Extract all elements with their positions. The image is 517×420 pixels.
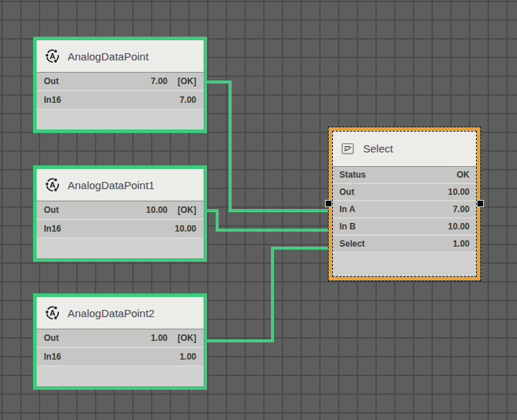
wire-segment[interactable] xyxy=(204,339,274,342)
port-value: 10.00 xyxy=(448,187,470,197)
port-label: In B xyxy=(339,222,356,232)
node-analogdatapoint[interactable]: A AnalogDataPoint Out 7.00 [OK] In16 xyxy=(33,37,207,133)
port-row-out[interactable]: Out 1.00 [OK] xyxy=(37,329,203,347)
port-label: In16 xyxy=(44,224,61,234)
port-label: Select xyxy=(339,239,365,249)
port-label: Out xyxy=(44,205,59,215)
node-title: AnalogDataPoint1 xyxy=(68,179,155,191)
svg-text:A: A xyxy=(50,52,55,60)
node-footer xyxy=(332,252,477,277)
wire-segment[interactable] xyxy=(271,247,274,342)
port-value: OK xyxy=(457,170,470,180)
selection-handle-right[interactable] xyxy=(477,200,484,207)
wire-segment[interactable] xyxy=(204,81,232,83)
node-footer xyxy=(37,237,203,258)
node-title: Select xyxy=(363,142,393,155)
port-row-status[interactable]: Status OK xyxy=(332,167,477,183)
node-analogdatapoint2[interactable]: A AnalogDataPoint2 Out 1.00 [OK] In16 xyxy=(33,293,207,390)
port-row-out[interactable]: Out 10.00 [OK] xyxy=(37,201,203,219)
node-header[interactable]: A AnalogDataPoint1 xyxy=(37,169,203,201)
port-label: In A xyxy=(339,204,355,214)
node-footer xyxy=(37,365,203,386)
analog-point-icon: A xyxy=(45,177,60,193)
port-status: [OK] xyxy=(178,76,196,86)
port-row-inb[interactable]: In B 10.00 xyxy=(332,217,477,234)
node-analogdatapoint1[interactable]: A AnalogDataPoint1 Out 10.00 [OK] In16 xyxy=(33,165,207,262)
wire-segment[interactable] xyxy=(229,209,329,212)
wiresheet-canvas[interactable]: A AnalogDataPoint Out 7.00 [OK] In16 xyxy=(0,0,517,420)
port-status: [OK] xyxy=(178,205,196,215)
wire-segment[interactable] xyxy=(216,229,329,232)
port-row-in16[interactable]: In16 1.00 xyxy=(37,347,203,365)
port-value: 7.00 xyxy=(453,204,470,214)
node-header[interactable]: Select xyxy=(332,131,477,167)
port-value: 10.00 xyxy=(448,222,470,232)
node-footer xyxy=(37,109,203,129)
port-value: 1.00 xyxy=(151,333,168,343)
port-value: 7.00 xyxy=(151,76,168,86)
port-row-in16[interactable]: In16 7.00 xyxy=(37,90,203,109)
node-header[interactable]: A AnalogDataPoint xyxy=(37,40,203,73)
port-label: In16 xyxy=(44,352,61,362)
node-title: AnalogDataPoint xyxy=(68,50,149,63)
wire-segment[interactable] xyxy=(229,81,232,212)
port-value: 1.00 xyxy=(453,239,470,249)
node-select[interactable]: Select Status OK Out 10.00 In A 7.00 In … xyxy=(329,127,480,280)
select-icon xyxy=(340,141,356,157)
port-label: Status xyxy=(339,170,366,180)
port-value: 1.00 xyxy=(180,352,196,362)
analog-point-icon: A xyxy=(45,305,60,321)
svg-text:A: A xyxy=(50,181,55,189)
port-row-select[interactable]: Select 1.00 xyxy=(332,234,477,252)
port-label: In16 xyxy=(44,95,61,105)
port-label: Out xyxy=(339,187,354,197)
port-row-out[interactable]: Out 7.00 [OK] xyxy=(37,73,203,90)
selection-handle-left[interactable] xyxy=(325,200,332,207)
port-row-out[interactable]: Out 10.00 xyxy=(332,183,477,200)
svg-text:A: A xyxy=(50,309,55,317)
port-label: Out xyxy=(44,76,59,86)
port-value: 10.00 xyxy=(175,224,196,234)
port-row-in16[interactable]: In16 10.00 xyxy=(37,219,203,237)
port-value: 10.00 xyxy=(146,205,168,215)
port-value: 7.00 xyxy=(180,95,196,105)
port-status: [OK] xyxy=(178,333,196,343)
wire-segment[interactable] xyxy=(271,247,329,250)
node-header[interactable]: A AnalogDataPoint2 xyxy=(37,297,203,329)
node-title: AnalogDataPoint2 xyxy=(68,307,155,319)
port-row-ina[interactable]: In A 7.00 xyxy=(332,200,477,217)
analog-point-icon: A xyxy=(45,48,60,64)
port-label: Out xyxy=(44,333,59,343)
